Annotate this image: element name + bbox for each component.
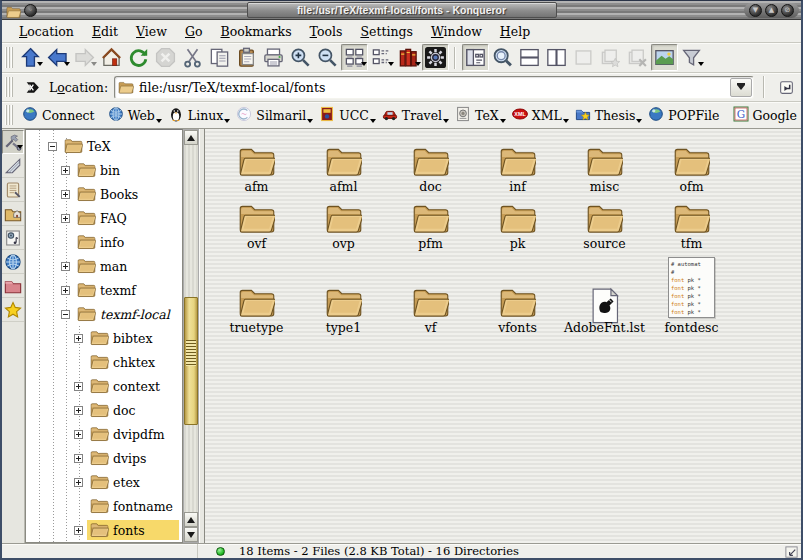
file-item-inf[interactable]: inf bbox=[474, 137, 561, 194]
up-arrow-button[interactable] bbox=[17, 44, 44, 71]
scrollbar-track[interactable] bbox=[184, 145, 198, 512]
bookmark-linux[interactable]: Linux bbox=[163, 103, 231, 128]
bookmark-popfile[interactable]: POPFile bbox=[643, 103, 727, 128]
dropdown-arrow-icon[interactable] bbox=[370, 119, 376, 126]
titlebar[interactable]: ◦ file:/usr/TeX/texmf-local/fonts - Konq… bbox=[2, 1, 801, 20]
paste-button[interactable] bbox=[233, 44, 260, 71]
tree-item-doc[interactable]: doc bbox=[26, 398, 182, 422]
menu-tools[interactable]: Tools bbox=[301, 22, 352, 41]
panel-toggle-button[interactable] bbox=[462, 44, 489, 71]
sidebar-tab-root-folder[interactable] bbox=[2, 274, 24, 298]
bookmark-xml[interactable]: XMLXML bbox=[507, 103, 570, 128]
sidebar-tab-services[interactable] bbox=[2, 226, 24, 250]
tree-item-etex[interactable]: etex bbox=[26, 470, 182, 494]
bookmark-google[interactable]: GGoogle bbox=[728, 103, 803, 128]
icon-view-button[interactable] bbox=[341, 44, 368, 71]
dropdown-arrow-icon[interactable] bbox=[64, 62, 70, 69]
expand-icon[interactable] bbox=[61, 262, 70, 271]
bookshelf-button[interactable] bbox=[395, 44, 422, 71]
copy-button[interactable] bbox=[206, 44, 233, 71]
dropdown-arrow-icon[interactable] bbox=[156, 119, 162, 126]
expand-icon[interactable] bbox=[61, 190, 70, 199]
dropdown-arrow-icon[interactable] bbox=[361, 62, 367, 69]
collapse-icon[interactable] bbox=[61, 310, 70, 319]
menu-settings[interactable]: Settings bbox=[351, 22, 422, 41]
expand-icon[interactable] bbox=[74, 430, 83, 439]
close-button[interactable]: ⊘ bbox=[781, 4, 794, 17]
location-input[interactable] bbox=[137, 78, 727, 96]
dropdown-arrow-icon[interactable] bbox=[307, 119, 313, 126]
reload-button[interactable] bbox=[125, 44, 152, 71]
sidebar-tab-home-folder[interactable] bbox=[2, 202, 24, 226]
tree-scrollbar[interactable] bbox=[183, 129, 199, 543]
tree-item-texmf[interactable]: texmf bbox=[26, 278, 182, 302]
expand-icon[interactable] bbox=[74, 382, 83, 391]
file-item-ovp[interactable]: ovp bbox=[300, 194, 387, 251]
tree-item-bin[interactable]: bin bbox=[26, 158, 182, 182]
back-arrow-button[interactable] bbox=[44, 44, 71, 71]
sidebar-tab-bookmark-flag[interactable] bbox=[2, 154, 24, 178]
tree-item-info[interactable]: info bbox=[26, 230, 182, 254]
file-item-truetype[interactable]: truetype bbox=[213, 251, 300, 335]
sidebar-tab-network-globe[interactable] bbox=[2, 250, 24, 274]
location-dropdown-arrow[interactable] bbox=[730, 78, 752, 97]
file-item-pk[interactable]: pk bbox=[474, 194, 561, 251]
print-button[interactable] bbox=[260, 44, 287, 71]
file-item-ovf[interactable]: ovf bbox=[213, 194, 300, 251]
menu-view[interactable]: View bbox=[127, 22, 176, 41]
menu-location[interactable]: Location bbox=[10, 22, 83, 41]
dropdown-arrow-icon[interactable] bbox=[563, 119, 569, 126]
sidebar-tab-config-tools[interactable] bbox=[2, 130, 24, 154]
dropdown-arrow-icon[interactable] bbox=[388, 62, 394, 69]
collapse-icon[interactable] bbox=[48, 142, 57, 151]
tree-item-fontname[interactable]: fontname bbox=[26, 494, 182, 518]
resize-grip-icon[interactable] bbox=[784, 545, 799, 558]
tree-item-bibtex[interactable]: bibtex bbox=[26, 326, 182, 350]
tree-item-dvipdfm[interactable]: dvipdfm bbox=[26, 422, 182, 446]
gear-globe-button[interactable] bbox=[422, 44, 449, 71]
expand-icon[interactable] bbox=[74, 334, 83, 343]
bookmark-tex[interactable]: TeX bbox=[450, 103, 507, 128]
dropdown-arrow-icon[interactable] bbox=[17, 145, 23, 152]
image-preview-button[interactable] bbox=[651, 44, 678, 71]
file-item-pfm[interactable]: pfm bbox=[387, 194, 474, 251]
expand-icon[interactable] bbox=[61, 214, 70, 223]
file-item-tfm[interactable]: tfm bbox=[648, 194, 735, 251]
split-horizontal-button[interactable] bbox=[516, 44, 543, 71]
maximize-button[interactable]: ▲ bbox=[765, 4, 778, 17]
bookmark-web[interactable]: Web bbox=[103, 103, 163, 128]
tree-item-chktex[interactable]: chktex bbox=[26, 350, 182, 374]
menu-go[interactable]: Go bbox=[176, 22, 212, 41]
minimize-button[interactable]: ▼ bbox=[749, 4, 762, 17]
menu-edit[interactable]: Edit bbox=[83, 22, 127, 41]
file-item-source[interactable]: source bbox=[561, 194, 648, 251]
file-item-afml[interactable]: afml bbox=[300, 137, 387, 194]
tree-item-faq[interactable]: FAQ bbox=[26, 206, 182, 230]
tree-item-dvips[interactable]: dvips bbox=[26, 446, 182, 470]
file-item-afm[interactable]: afm bbox=[213, 137, 300, 194]
file-item-vfonts[interactable]: vfonts bbox=[474, 251, 561, 335]
scroll-up-button-2[interactable] bbox=[184, 512, 198, 527]
expand-icon[interactable] bbox=[74, 454, 83, 463]
file-item-doc[interactable]: doc bbox=[387, 137, 474, 194]
expand-icon[interactable] bbox=[74, 526, 83, 535]
scroll-down-button[interactable] bbox=[184, 527, 198, 542]
zoom-out-button[interactable] bbox=[314, 44, 341, 71]
scrollbar-thumb[interactable] bbox=[184, 297, 198, 425]
bookmark-connect[interactable]: Connect bbox=[17, 103, 103, 128]
toolbar-grip[interactable] bbox=[5, 47, 13, 69]
bookmark-travel[interactable]: Travel bbox=[377, 103, 450, 128]
go-button[interactable] bbox=[775, 76, 797, 98]
dropdown-arrow-icon[interactable] bbox=[500, 119, 506, 126]
multicolumn-view-button[interactable] bbox=[368, 44, 395, 71]
dropdown-arrow-icon[interactable] bbox=[443, 119, 449, 126]
expand-icon[interactable] bbox=[74, 478, 83, 487]
split-vertical-button[interactable] bbox=[543, 44, 570, 71]
dropdown-arrow-icon[interactable] bbox=[636, 119, 642, 126]
sidebar-tab-history-scroll[interactable] bbox=[2, 178, 24, 202]
bookmark-ucc[interactable]: UCC bbox=[314, 103, 377, 128]
dropdown-arrow-icon[interactable] bbox=[415, 62, 421, 69]
tree-item-fonts[interactable]: fonts bbox=[26, 518, 182, 542]
file-item-misc[interactable]: misc bbox=[561, 137, 648, 194]
cut-button[interactable] bbox=[179, 44, 206, 71]
